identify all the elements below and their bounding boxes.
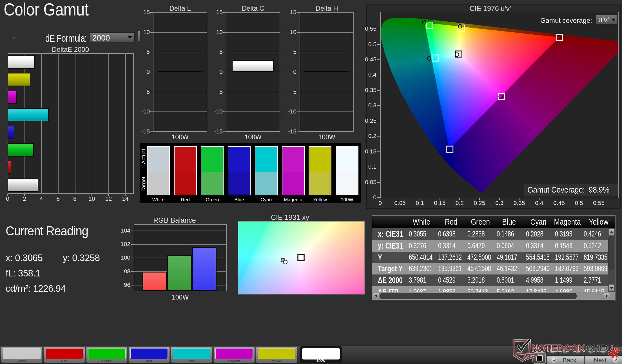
svg-text:NOTEBOOK: NOTEBOOK [532, 343, 585, 353]
